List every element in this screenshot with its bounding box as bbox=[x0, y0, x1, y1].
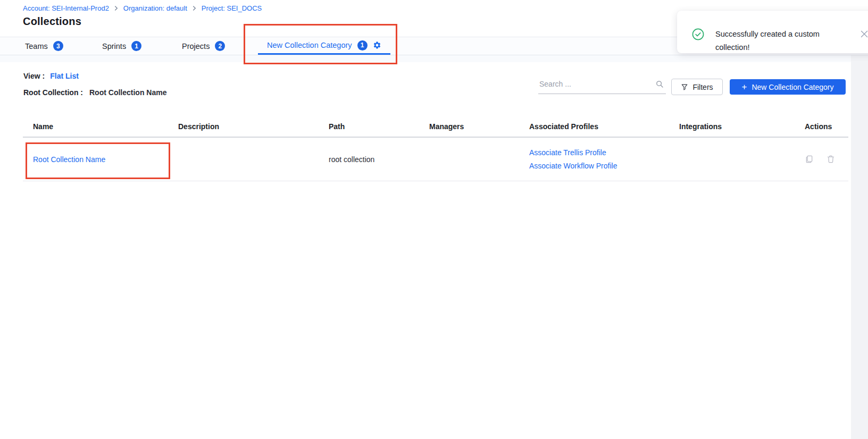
tab-projects[interactable]: Projects 2 bbox=[182, 37, 225, 55]
column-header-actions: Actions bbox=[805, 122, 848, 131]
tab-count-badge: 3 bbox=[53, 41, 63, 51]
tab-label: Projects bbox=[182, 42, 210, 50]
chevron-right-icon bbox=[114, 6, 119, 11]
table-header-row: Name Description Path Managers Associate… bbox=[23, 116, 848, 138]
filter-icon bbox=[681, 83, 688, 91]
page-title: Collections bbox=[23, 15, 81, 28]
breadcrumb-account-link[interactable]: Account: SEI-Internal-Prod2 bbox=[23, 4, 109, 12]
gear-icon[interactable] bbox=[373, 41, 381, 49]
breadcrumb: Account: SEI-Internal-Prod2 Organization… bbox=[23, 4, 262, 12]
new-collection-category-button-label: New Collection Category bbox=[752, 83, 833, 91]
plus-icon: + bbox=[741, 82, 747, 91]
collection-name-link[interactable]: Root Collection Name bbox=[33, 155, 105, 164]
success-check-icon bbox=[692, 28, 704, 40]
search-input[interactable] bbox=[538, 80, 656, 91]
column-header-name: Name bbox=[23, 122, 178, 131]
tab-count-badge: 1 bbox=[131, 41, 141, 51]
root-collection-row: Root Collection :Root Collection Name bbox=[23, 88, 166, 97]
tab-teams[interactable]: Teams 3 bbox=[25, 37, 63, 55]
cell-name: Root Collection Name bbox=[23, 155, 178, 164]
close-icon[interactable] bbox=[861, 30, 868, 38]
associate-trellis-profile-link[interactable]: Associate Trellis Profile bbox=[529, 148, 679, 157]
delete-button[interactable] bbox=[827, 155, 835, 164]
collections-table: Name Description Path Managers Associate… bbox=[23, 116, 848, 181]
copy-button[interactable] bbox=[805, 155, 814, 164]
tab-count-badge: 2 bbox=[215, 41, 225, 51]
toast-message: Successfully created a custom collection… bbox=[715, 28, 833, 54]
cell-associated-profiles: Associate Trellis Profile Associate Work… bbox=[529, 148, 679, 170]
tab-new-collection-category[interactable]: New Collection Category 1 bbox=[258, 37, 390, 55]
cell-path: root collection bbox=[329, 155, 429, 164]
filters-button-label: Filters bbox=[692, 83, 713, 91]
column-header-description: Description bbox=[178, 122, 329, 131]
column-header-managers: Managers bbox=[429, 122, 529, 131]
table-row: Root Collection Name root collection Ass… bbox=[23, 138, 848, 181]
root-collection-label: Root Collection : bbox=[23, 88, 83, 97]
trash-icon bbox=[827, 155, 835, 164]
new-collection-category-button[interactable]: + New Collection Category bbox=[730, 79, 846, 95]
right-gutter bbox=[851, 55, 868, 439]
associate-workflow-profile-link[interactable]: Associate Workflow Profile bbox=[529, 162, 679, 170]
column-header-path: Path bbox=[329, 122, 429, 131]
content-top-band bbox=[0, 55, 868, 62]
breadcrumb-project-link[interactable]: Project: SEI_DOCS bbox=[202, 4, 262, 12]
column-header-integrations: Integrations bbox=[679, 122, 805, 131]
search-icon bbox=[656, 80, 664, 88]
column-header-associated-profiles: Associated Profiles bbox=[529, 122, 679, 131]
breadcrumb-org-link[interactable]: Organization: default bbox=[123, 4, 187, 12]
view-label: View : bbox=[23, 72, 45, 80]
tab-label: New Collection Category bbox=[267, 41, 352, 49]
success-toast: Successfully created a custom collection… bbox=[677, 11, 868, 53]
tab-sprints[interactable]: Sprints 1 bbox=[102, 37, 141, 55]
cell-actions bbox=[805, 155, 848, 164]
chevron-right-icon bbox=[192, 6, 197, 11]
tab-label: Sprints bbox=[102, 42, 126, 50]
view-selector-row: View :Flat List bbox=[23, 72, 79, 80]
filters-button[interactable]: Filters bbox=[671, 79, 723, 95]
root-collection-value: Root Collection Name bbox=[89, 88, 166, 97]
flat-list-link[interactable]: Flat List bbox=[50, 72, 79, 80]
tab-count-badge: 1 bbox=[357, 40, 368, 50]
copy-icon bbox=[805, 155, 814, 164]
tab-label: Teams bbox=[25, 42, 48, 50]
search-box bbox=[538, 78, 666, 94]
